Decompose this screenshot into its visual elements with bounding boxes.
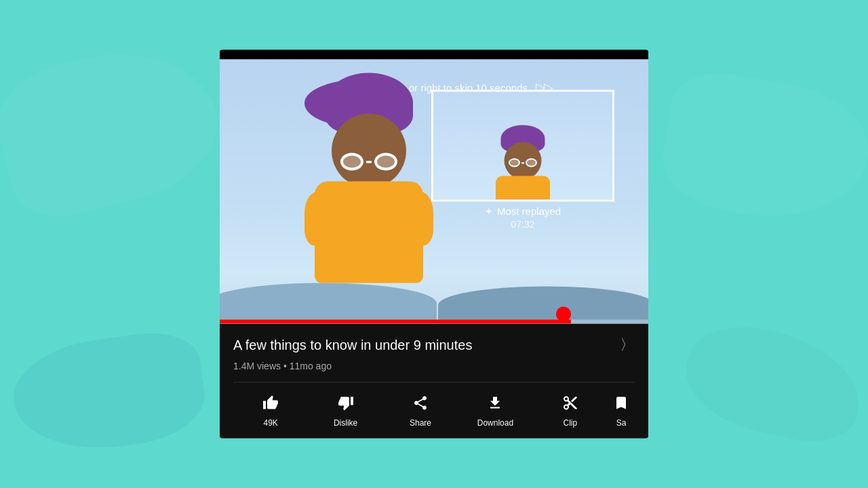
dislike-button[interactable]: Dislike <box>308 386 382 439</box>
save-icon <box>613 395 629 414</box>
thumb-lens-right <box>526 159 537 167</box>
video-title-row: A few things to know in under 9 minutes … <box>233 335 635 355</box>
info-panel: A few things to know in under 9 minutes … <box>220 324 648 439</box>
progress-scrubber[interactable] <box>556 307 571 322</box>
thumb-bridge <box>521 162 524 163</box>
thumb-inner <box>433 92 612 200</box>
glass-bridge <box>366 161 372 163</box>
video-title: A few things to know in under 9 minutes <box>233 337 613 352</box>
char-body <box>315 182 423 283</box>
clip-label: Clip <box>563 418 577 428</box>
most-replayed-label: ✦ Most replayed <box>431 205 614 217</box>
hill-left <box>220 283 437 324</box>
video-area[interactable]: ◁◁ Double tap left or right to skip 10 s… <box>220 60 648 324</box>
most-replayed-section: ✦ Most replayed 07:32 <box>431 205 614 230</box>
like-icon <box>262 395 279 414</box>
thumb-char-body <box>496 176 550 200</box>
share-button[interactable]: Share <box>383 386 458 439</box>
progress-fill <box>220 320 571 324</box>
download-icon <box>487 395 503 414</box>
clip-button[interactable]: Clip <box>533 386 608 439</box>
download-label: Download <box>477 418 513 428</box>
like-count: 49K <box>264 418 278 428</box>
like-button[interactable]: 49K <box>233 386 308 439</box>
hills-decoration <box>220 277 648 324</box>
clip-icon <box>562 395 578 414</box>
video-player-container: ◁◁ Double tap left or right to skip 10 s… <box>220 50 648 439</box>
dislike-icon <box>338 395 354 414</box>
save-button-partial[interactable]: Sa <box>608 386 635 439</box>
glass-lens-right <box>374 153 397 171</box>
share-icon <box>412 395 429 414</box>
glass-lens-left <box>340 153 363 171</box>
thumb-char-glasses <box>509 159 537 167</box>
actions-row: 49K Dislike Share <box>233 382 635 439</box>
top-bar <box>220 50 648 60</box>
most-replayed-time: 07:32 <box>431 219 614 230</box>
dislike-label: Dislike <box>334 418 357 428</box>
thumbnail-preview <box>431 90 614 202</box>
download-button[interactable]: Download <box>458 386 532 439</box>
video-meta: 1.4M views • 11mo ago <box>233 361 635 371</box>
char-glasses <box>338 152 399 171</box>
hill-right <box>438 287 648 324</box>
thumb-lens-left <box>509 159 520 167</box>
share-label: Share <box>410 418 431 428</box>
save-label-partial: Sa <box>616 418 627 428</box>
expand-icon[interactable]: 〉 <box>620 335 635 355</box>
sparkle-icon: ✦ <box>485 205 493 216</box>
char-head <box>332 114 406 188</box>
progress-bar[interactable] <box>220 320 648 324</box>
